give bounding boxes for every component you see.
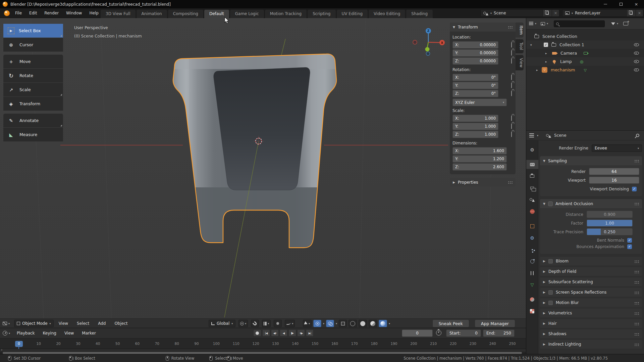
new-layer-button[interactable] [627,9,636,17]
new-collection-icon[interactable] [623,22,628,25]
ao-checkbox[interactable] [548,201,553,206]
timeline-tick[interactable]: 90 [187,339,207,349]
sneak-peek-button[interactable]: Sneak Peek [432,319,469,327]
tool-button[interactable]: ◈ Transform [3,97,63,111]
shading-rendered-button[interactable] [379,320,387,327]
filter-type-icon[interactable] [541,22,545,25]
denoising-checkbox[interactable] [632,187,637,191]
pivot-dropdown[interactable]: ▾ [238,320,248,327]
menu-item[interactable]: Render [41,8,62,18]
outliner-row-lamp[interactable]: ▸ Lamp [526,57,644,66]
sidebar-tab[interactable]: Tool [516,39,524,53]
drag-dots-icon[interactable] [634,281,639,284]
timeline-tick[interactable]: 220 [443,339,463,349]
timeline-tick[interactable]: 50 [108,339,127,349]
drag-dots-icon[interactable] [507,181,513,184]
overlays-dropdown[interactable]: ▾ [336,322,337,325]
section-checkbox[interactable] [548,301,553,305]
timeline-menu[interactable]: Marker [79,329,98,337]
gizmo-dropdown[interactable]: ▾ [323,322,324,325]
lock-button[interactable] [511,116,512,121]
unlink-scene-button[interactable]: × [552,9,559,17]
shading-material-button[interactable] [369,320,377,327]
drag-dots-icon[interactable] [507,25,513,28]
drag-dots-icon[interactable] [634,322,639,325]
render-engine-dropdown[interactable]: Eevee▾ [592,144,642,152]
timeline-tick[interactable]: 210 [424,339,443,349]
menu-item[interactable]: Window [62,8,86,18]
timeline-menu[interactable]: Playback [14,329,38,337]
tool-button[interactable]: + Move [3,55,63,68]
stopwatch-icon[interactable] [436,330,441,336]
tool-button[interactable]: ⊕ Cursor [3,38,63,52]
location-y-field[interactable]: Y:0.00000 [452,49,498,57]
timeline-tick[interactable]: 80 [167,339,187,349]
snap-target-dropdown[interactable]: ▾ [262,320,271,327]
next-keyframe-button[interactable] [297,329,305,337]
tab-output[interactable] [526,172,538,181]
viewport-menu[interactable]: Add [97,321,106,326]
scale-z-field[interactable]: Z:1.000 [452,131,498,138]
rotation-mode-dropdown[interactable]: XYZ Euler▾ [452,99,507,106]
chevron-down-icon[interactable]: ▾ [535,22,536,25]
section-checkbox[interactable] [548,290,553,295]
lock-button[interactable] [511,124,512,129]
chevron-down-icon[interactable]: ▾ [617,22,618,25]
timeline-tick[interactable]: 10 [29,339,49,349]
timeline-tick[interactable]: 110 [226,339,246,349]
drag-dots-icon[interactable] [634,260,639,263]
drag-dots-icon[interactable] [634,301,639,304]
remove-layer-button[interactable]: × [636,9,643,17]
search-input[interactable] [560,22,597,26]
previous-keyframe-button[interactable] [271,329,279,337]
properties-section-header[interactable]: ▶ Hair [540,319,642,328]
shading-dropdown[interactable]: ▾ [389,322,390,325]
timeline-tick[interactable]: 150 [305,339,325,349]
tab-tool[interactable] [526,145,538,154]
lock-button[interactable] [511,51,512,55]
tab-world[interactable] [526,207,538,216]
selectability-dropdown[interactable]: ▾ [303,320,312,327]
tab-particles[interactable] [526,245,538,254]
expand-chevron-icon[interactable]: › [1,348,2,352]
scale-y-field[interactable]: Y:1.000 [452,123,498,130]
workspace-tab[interactable]: Compositing [168,10,203,18]
viewport-samples-field[interactable]: 16 [589,177,639,184]
rotation-y-field[interactable]: Y:0° [452,82,498,89]
new-scene-button[interactable] [543,9,552,17]
mechanism-object[interactable] [169,52,339,317]
blender-menu-icon[interactable] [4,10,10,16]
properties-section-header[interactable]: ▶ Shadows [540,329,642,338]
timeline-tick[interactable]: 140 [285,339,305,349]
tab-render[interactable] [526,160,538,169]
timeline-track[interactable] [0,349,526,352]
shading-solid-button[interactable] [359,320,367,327]
expand-icon[interactable]: ▸ [545,60,549,63]
workspace-tab[interactable]: Animation [137,10,167,18]
snap-toggle[interactable] [251,320,259,327]
properties-section-header[interactable]: ▶ Motion Blur [540,298,642,307]
play-button[interactable] [288,329,296,337]
tool-button[interactable]: ▶ Select Box [3,24,63,38]
workspace-tab[interactable]: Shading [406,10,433,18]
timeline-tick[interactable]: 20 [49,339,68,349]
timeline-tick[interactable]: 70 [147,339,167,349]
jump-to-start-button[interactable] [262,329,270,337]
tab-texture[interactable] [526,307,538,316]
shading-wireframe-button[interactable] [348,320,357,327]
start-frame-field[interactable]: Start:0 [446,329,481,337]
eye-icon[interactable] [634,68,639,71]
pin-icon[interactable] [635,133,640,138]
chevron-down-icon[interactable]: ▾ [547,22,548,25]
axis-neg-x-ball[interactable] [413,40,417,44]
navigation-gizmo[interactable]: Z X [413,28,445,56]
viewport-menu[interactable]: Object [114,321,128,326]
sidebar-tab[interactable]: View [516,55,524,70]
menu-item[interactable]: File [11,8,25,18]
outliner-search[interactable] [554,20,605,27]
outliner-row-mechanism[interactable]: ▸ mechanism [526,66,644,74]
play-reverse-button[interactable] [280,329,287,337]
sidebar-tab[interactable]: Item [516,22,524,38]
outliner-row-collection-1[interactable]: ▾ Collection 1 [526,41,644,49]
properties-section-header[interactable]: ▶ Bloom [540,257,642,265]
